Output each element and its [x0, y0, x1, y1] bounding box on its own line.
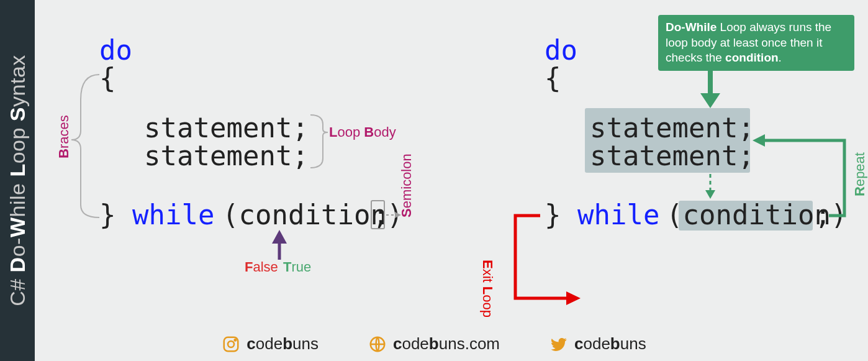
left-statement-1: statement; — [144, 112, 309, 144]
sidebar-w3a: L — [6, 163, 29, 176]
braces-label: Braces — [56, 115, 72, 158]
left-close-brace: } — [99, 199, 116, 231]
braces-b: B — [56, 149, 71, 158]
callout-bold2: condition — [725, 51, 778, 64]
svg-point-1 — [228, 341, 234, 347]
lb-b: B — [364, 124, 374, 140]
svg-marker-6 — [272, 230, 287, 244]
sidebar-w4b: yntax — [6, 55, 29, 107]
svg-marker-10 — [705, 190, 715, 199]
rep-r: R — [852, 186, 867, 196]
right-do-keyword: do — [545, 34, 577, 66]
sidebar-w2a: W — [6, 217, 29, 237]
callout-dot: . — [779, 51, 782, 64]
repeat-label: Repeat — [852, 152, 868, 196]
semicolon-box — [371, 200, 385, 229]
loop-body-label: Loop Body — [329, 124, 396, 140]
ex-l: L — [480, 286, 495, 295]
sidebar: C# Do-While Loop Syntax — [0, 0, 35, 361]
sidebar-w1a: D — [6, 257, 29, 272]
ex-er: xit — [480, 269, 495, 286]
false-label: False — [245, 259, 278, 275]
lb-l: L — [329, 124, 337, 140]
footer-web-text: codebuns.com — [393, 334, 500, 354]
false-r: alse — [253, 259, 278, 275]
svg-marker-12 — [566, 291, 581, 305]
left-do-keyword: do — [99, 34, 132, 66]
sidebar-prefix: C# — [6, 272, 29, 306]
footer-instagram: codebuns — [222, 334, 319, 354]
right-statement-1: statement; — [590, 112, 754, 144]
right-open-brace: { — [545, 62, 561, 94]
svg-marker-11 — [753, 134, 765, 147]
exit-loop-label: Exit Loop — [479, 260, 495, 318]
footer-website: codebuns.com — [368, 334, 500, 354]
footer-tw-text: codebuns — [574, 334, 646, 354]
ex-e: E — [480, 260, 495, 269]
callout-box: Do-While Loop always runs the loop body … — [658, 15, 854, 71]
callout-bold1: Do-While — [666, 21, 717, 34]
instagram-icon — [222, 335, 240, 354]
true-label: True — [283, 259, 311, 275]
right-semicolon: ; — [815, 199, 831, 231]
right-close-brace: } — [545, 199, 561, 231]
footer-twitter: codebuns — [549, 334, 646, 354]
svg-marker-8 — [700, 93, 720, 108]
lb-br: ody — [374, 124, 396, 140]
right-while-keyword: while — [577, 199, 659, 231]
sidebar-w4a: S — [6, 107, 29, 121]
semi-s: S — [399, 208, 414, 217]
svg-point-2 — [235, 339, 237, 340]
right-statement-2: statement; — [590, 140, 754, 171]
true-t: T — [283, 259, 291, 275]
footer-ig-text: codebuns — [246, 334, 319, 354]
false-f: F — [245, 259, 253, 275]
semi-r: emicolon — [399, 153, 414, 208]
ex-lr: oop — [480, 295, 495, 318]
left-while-keyword: while — [132, 199, 214, 231]
semicolon-label: Semicolon — [399, 153, 415, 217]
left-open-brace: { — [99, 62, 116, 94]
true-r: rue — [291, 259, 311, 275]
globe-icon — [368, 335, 387, 354]
left-statement-2: statement; — [144, 140, 309, 171]
braces-r: races — [56, 115, 71, 149]
footer: codebuns codebuns.com codebuns — [0, 334, 868, 354]
sidebar-title: C# Do-While Loop Syntax — [6, 55, 30, 306]
twitter-icon — [549, 335, 568, 354]
lb-lr: oop — [337, 124, 364, 140]
sidebar-w2b: hile — [6, 177, 29, 217]
rep-rr: epeat — [852, 152, 867, 186]
sidebar-w3b: oop — [6, 121, 29, 163]
sidebar-w1b: o- — [6, 237, 29, 257]
